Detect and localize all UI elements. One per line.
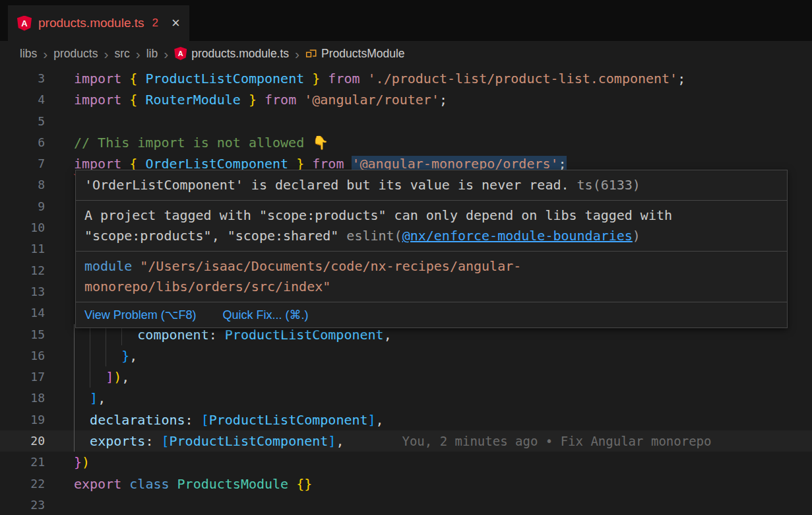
chevron-right-icon: › — [43, 47, 47, 61]
code-content: declarations: [ProductListComponent], — [74, 409, 812, 430]
code-content: ]), — [74, 366, 812, 388]
chevron-right-icon: › — [295, 47, 299, 61]
token: : — [185, 412, 201, 428]
chevron-right-icon: › — [164, 47, 168, 61]
symbol-class-icon — [305, 48, 317, 59]
eslint-rule-link[interactable]: @nx/enforce-module-boundaries — [402, 228, 633, 244]
line-number[interactable]: 6 — [0, 132, 45, 153]
quick-fix-button[interactable]: Quick Fix... (⌘.) — [222, 308, 308, 322]
code-line[interactable]: 16 }, — [0, 345, 812, 366]
line-number[interactable]: 21 — [0, 452, 45, 473]
line-number[interactable]: 23 — [0, 495, 45, 515]
token: { — [129, 71, 145, 86]
token: ] — [90, 390, 98, 406]
indent-guide — [74, 388, 75, 409]
line-number[interactable]: 20 — [0, 430, 45, 452]
token: ProductListComponent — [225, 327, 384, 343]
token: ) — [113, 369, 121, 385]
token: RouterModule — [145, 92, 241, 108]
breadcrumb-item-file[interactable]: products.module.ts — [191, 47, 289, 61]
token: , — [121, 369, 129, 385]
view-problem-button[interactable]: View Problem (⌥F8) — [84, 308, 196, 322]
line-number[interactable]: 18 — [0, 388, 45, 409]
breadcrumb-item-libs[interactable]: libs — [20, 47, 37, 61]
line-number[interactable]: 4 — [0, 89, 45, 110]
token: ProductListComponent — [170, 433, 328, 449]
token: { — [129, 92, 145, 108]
code-line[interactable]: 22export class ProductsModule {} — [0, 473, 812, 495]
token: ProductListComponent — [209, 412, 368, 428]
problem-hover-popup: 'OrderListComponent' is declared but its… — [75, 170, 788, 328]
diagnostic-source: eslint( — [346, 228, 402, 244]
code-line[interactable]: 4import { RouterModule } from '@angular/… — [0, 89, 812, 110]
tab-problems-badge: 2 — [152, 17, 158, 30]
git-blame: You, 2 minutes ago • Fix Angular monorep… — [344, 434, 711, 448]
code-line[interactable]: 17 ]), — [0, 366, 812, 388]
breadcrumb-item-src[interactable]: src — [114, 47, 129, 61]
line-number[interactable]: 5 — [0, 111, 45, 132]
code-content: }, — [74, 345, 812, 366]
token — [74, 433, 90, 449]
line-number[interactable]: 10 — [0, 217, 45, 238]
token: import — [74, 92, 129, 108]
line-number[interactable]: 3 — [0, 68, 45, 89]
token: } — [304, 71, 320, 86]
indent-guide — [74, 366, 75, 388]
indent-guide — [74, 324, 75, 345]
token: , — [98, 390, 106, 406]
code-line[interactable]: 21}) — [0, 452, 812, 473]
indent-guide — [74, 430, 75, 452]
token: class — [129, 476, 177, 492]
code-content — [74, 111, 812, 132]
token: } — [74, 454, 82, 470]
token — [74, 348, 121, 364]
token: ProductsModule — [177, 476, 297, 492]
token: ; — [439, 92, 447, 108]
code-line[interactable]: 3import { ProductListComponent } from '.… — [0, 68, 812, 89]
angular-icon: A — [174, 47, 187, 60]
line-number[interactable]: 7 — [0, 153, 45, 174]
close-icon[interactable]: × — [172, 16, 180, 30]
tab-products-module[interactable]: A products.module.ts 2 × — [8, 5, 189, 41]
line-number[interactable]: 9 — [0, 196, 45, 217]
token: [ — [201, 412, 209, 428]
breadcrumb-item-lib[interactable]: lib — [146, 47, 158, 61]
indent-guide — [74, 345, 75, 366]
code-line[interactable]: 19 declarations: [ProductListComponent], — [0, 409, 812, 430]
line-number[interactable]: 17 — [0, 366, 45, 388]
token: : — [145, 433, 161, 449]
code-content — [74, 495, 812, 515]
token: from — [257, 92, 304, 108]
code-line[interactable]: 23 — [0, 495, 812, 515]
token — [74, 412, 90, 428]
token: from — [320, 71, 367, 86]
line-number[interactable]: 11 — [0, 238, 45, 259]
token: declarations — [90, 412, 185, 428]
indent-guide — [74, 409, 75, 430]
code-line[interactable]: 20 exports: [ProductListComponent],You, … — [0, 430, 812, 452]
token: ) — [82, 454, 90, 470]
token: ProductListComponent — [145, 71, 304, 86]
line-number[interactable]: 14 — [0, 302, 45, 324]
code-line[interactable]: 5 — [0, 111, 812, 132]
code-content: import { ProductListComponent } from './… — [74, 68, 812, 89]
code-line[interactable]: 18 ], — [0, 388, 812, 409]
token: [ — [161, 433, 169, 449]
line-number[interactable]: 8 — [0, 174, 45, 195]
line-number[interactable]: 19 — [0, 409, 45, 430]
line-number[interactable]: 15 — [0, 324, 45, 345]
token: : — [209, 327, 225, 343]
token: , — [376, 412, 384, 428]
chevron-right-icon: › — [136, 47, 141, 61]
code-line[interactable]: 6// This import is not allowed 👇 — [0, 132, 812, 153]
line-number[interactable]: 16 — [0, 345, 45, 366]
breadcrumb-item-products[interactable]: products — [53, 47, 98, 61]
line-number[interactable]: 22 — [0, 473, 45, 495]
tab-bar: A products.module.ts 2 × — [0, 0, 812, 41]
line-number[interactable]: 12 — [0, 260, 45, 281]
token: ] — [106, 369, 113, 385]
vscode-window: A products.module.ts 2 × libs › products… — [0, 0, 812, 515]
token: , — [384, 327, 392, 343]
line-number[interactable]: 13 — [0, 281, 45, 302]
breadcrumb-item-symbol[interactable]: ProductsModule — [321, 47, 404, 61]
